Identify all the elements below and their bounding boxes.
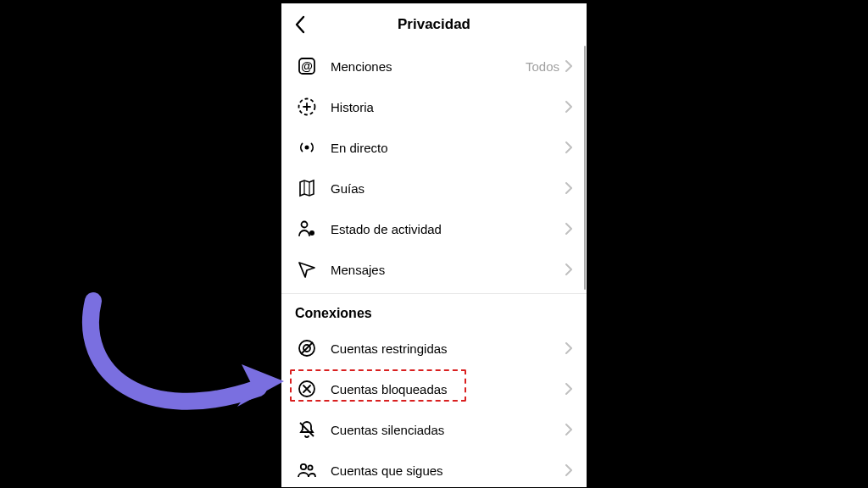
chevron-right-icon xyxy=(565,342,573,354)
chevron-right-icon xyxy=(565,60,573,72)
svg-point-11 xyxy=(301,464,306,469)
blocked-icon xyxy=(295,377,319,401)
story-add-icon xyxy=(295,95,319,119)
row-label: En directo xyxy=(331,141,565,155)
chevron-right-icon xyxy=(565,424,573,435)
following-icon xyxy=(295,458,319,482)
row-guias[interactable]: Guías xyxy=(281,168,587,208)
svg-point-4 xyxy=(302,222,308,228)
live-icon xyxy=(295,136,319,159)
row-cuentas-restringidas[interactable]: Cuentas restringidas xyxy=(281,328,587,369)
row-en-directo[interactable]: En directo xyxy=(281,127,587,168)
row-value: Todos xyxy=(526,59,559,74)
row-historia[interactable]: Historia xyxy=(281,86,587,127)
scroll-indicator xyxy=(584,46,586,290)
chevron-right-icon xyxy=(565,141,573,153)
header-bar: Privacidad xyxy=(281,3,587,46)
chevron-right-icon xyxy=(565,182,573,194)
row-label: Cuentas que sigues xyxy=(331,463,565,478)
row-cuentas-silenciadas[interactable]: Cuentas silenciadas xyxy=(281,409,587,450)
row-label: Estado de actividad xyxy=(331,222,565,236)
messages-icon xyxy=(295,258,319,281)
row-label: Cuentas silenciadas xyxy=(331,423,565,437)
chevron-right-icon xyxy=(565,263,573,275)
row-label: Mensajes xyxy=(331,263,565,277)
svg-point-5 xyxy=(309,230,314,236)
row-label: Guías xyxy=(331,181,565,196)
row-cuentas-que-sigues[interactable]: Cuentas que sigues xyxy=(281,450,587,487)
back-button[interactable] xyxy=(281,6,319,43)
chevron-right-icon xyxy=(565,464,573,476)
row-estado-actividad[interactable]: Estado de actividad xyxy=(281,208,587,249)
row-label: Menciones xyxy=(331,59,526,74)
row-menciones[interactable]: @ Menciones Todos xyxy=(281,46,587,86)
row-label: Historia xyxy=(331,100,565,114)
row-label: Cuentas bloqueadas xyxy=(331,382,565,396)
chevron-right-icon xyxy=(565,101,573,113)
back-chevron-icon xyxy=(294,15,306,34)
restricted-icon xyxy=(295,336,319,360)
row-mensajes[interactable]: Mensajes xyxy=(281,249,587,290)
annotation-arrow-icon xyxy=(68,280,288,466)
at-icon: @ xyxy=(295,54,319,78)
svg-point-12 xyxy=(308,465,312,469)
row-cuentas-bloqueadas[interactable]: Cuentas bloqueadas xyxy=(281,369,587,409)
settings-scroll[interactable]: @ Menciones Todos Historia En directo xyxy=(281,46,587,487)
activity-status-icon xyxy=(295,217,319,241)
row-label: Cuentas restringidas xyxy=(331,341,565,356)
phone-screen: Privacidad @ Menciones Todos Historia xyxy=(281,3,587,487)
muted-icon xyxy=(295,418,319,441)
svg-text:@: @ xyxy=(301,59,313,73)
guides-icon xyxy=(295,176,319,200)
chevron-right-icon xyxy=(565,223,573,235)
section-header-conexiones: Conexiones xyxy=(281,293,587,328)
chevron-right-icon xyxy=(565,383,573,395)
svg-point-3 xyxy=(305,146,309,150)
page-title: Privacidad xyxy=(281,16,587,33)
